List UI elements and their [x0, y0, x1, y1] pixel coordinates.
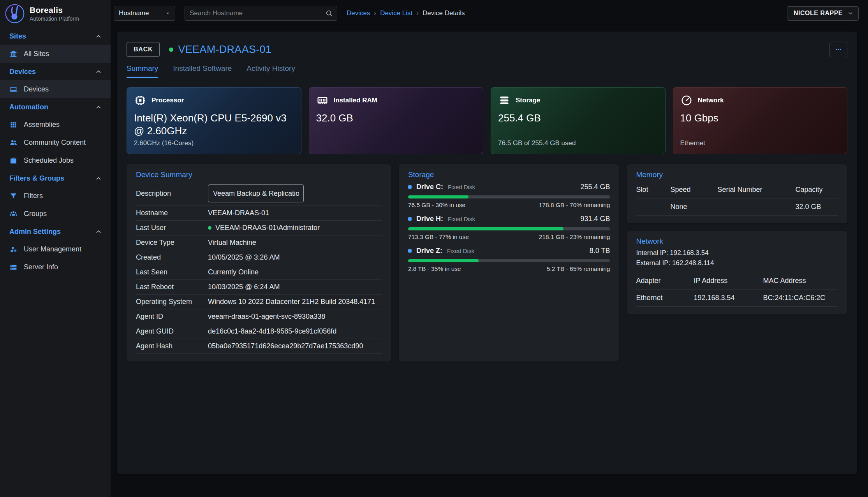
memory-header-speed: Speed	[670, 186, 717, 194]
tab-activity-history[interactable]: Activity History	[246, 64, 295, 78]
gauge-icon	[680, 94, 693, 107]
sidebar-item-all-sites[interactable]: All Sites	[0, 45, 111, 63]
summary-row-last-seen: Last Seen Currently Online	[136, 265, 382, 280]
network-mac: BC:24:11:CA:C6:2C	[763, 294, 838, 302]
search-field-dropdown[interactable]: Hostname	[114, 6, 175, 21]
sidebar-item-label: Assemblies	[24, 121, 60, 129]
sidebar-section-filters-groups-header[interactable]: Filters & Groups	[0, 169, 111, 187]
laptop-icon	[9, 85, 18, 93]
section-label: Sites	[9, 32, 26, 40]
memory-capacity: 32.0 GB	[795, 203, 838, 211]
network-ips: Internal IP: 192.168.3.54 External IP: 1…	[636, 248, 838, 269]
sidebar-item-devices[interactable]: Devices	[0, 80, 111, 98]
drive-bullet-icon	[408, 185, 412, 189]
drive-header: Drive Z: Fixed Disk 8.0 TB	[408, 247, 610, 255]
user-menu-button[interactable]: NICOLE RAPPE	[787, 6, 859, 21]
description-input[interactable]	[208, 184, 304, 202]
sidebar-item-community-content[interactable]: Community Content	[0, 133, 111, 151]
sidebar-section-devices: Devices Devices	[0, 63, 111, 98]
sidebar-item-label: Scheduled Jobs	[24, 156, 74, 165]
network-card: Network 10 Gbps Ethernet	[673, 87, 848, 154]
drive-type: Fixed Disk	[448, 216, 475, 222]
ram-icon	[316, 94, 329, 107]
brand-subtitle: Automation Platform	[30, 16, 79, 22]
memory-header-serial: Serial Number	[717, 186, 795, 194]
sidebar-item-server-info[interactable]: Server Info	[0, 258, 111, 276]
network-sub: Ethernet	[680, 139, 840, 147]
drive-used: 2.8 TB - 35% in use	[408, 265, 461, 272]
sidebar-section-automation: Automation Assemblies Community Content …	[0, 98, 111, 169]
sidebar: Borealis Automation Platform Sites All S…	[0, 0, 111, 497]
page-header: BACK VEEAM-DRAAS-01	[127, 42, 847, 57]
server-icon	[9, 263, 18, 271]
summary-row-operating-system: Operating System Windows 10 2022 Datacen…	[136, 295, 382, 309]
search-input[interactable]	[190, 9, 322, 17]
disks-icon	[498, 94, 511, 107]
breadcrumb-devices[interactable]: Devices	[347, 9, 370, 17]
ram-value: 32.0 GB	[316, 112, 476, 125]
row-value	[208, 184, 382, 202]
more-options-button[interactable]	[829, 42, 847, 57]
sidebar-item-label: Server Info	[24, 263, 58, 271]
row-value: veeam-draas-01-agent-svc-8930a338	[208, 312, 382, 321]
chevron-up-icon	[95, 104, 102, 111]
chevron-up-icon	[95, 33, 102, 40]
tab-installed-software[interactable]: Installed Software	[173, 64, 232, 78]
sidebar-item-assemblies[interactable]: Assemblies	[0, 116, 111, 133]
content-area: BACK VEEAM-DRAAS-01 Summary Installed So…	[111, 26, 868, 497]
sidebar-item-filters[interactable]: Filters	[0, 187, 111, 205]
drive-bullet-icon	[408, 217, 412, 221]
brand[interactable]: Borealis Automation Platform	[0, 0, 111, 27]
drive-bullet-icon	[408, 249, 412, 253]
processor-sub: 2.60GHz (16-Cores)	[134, 139, 294, 147]
installed-ram-card: Installed RAM 32.0 GB	[309, 87, 484, 154]
cpu-icon	[134, 94, 146, 107]
sidebar-item-user-management[interactable]: User Management	[0, 240, 111, 258]
online-status-dot	[208, 226, 211, 230]
internal-ip: Internal IP: 192.168.3.54	[636, 248, 838, 258]
drive-c: Drive C: Fixed Disk 255.4 GB 76.5 GB - 3…	[408, 183, 610, 209]
sidebar-section-devices-header[interactable]: Devices	[0, 63, 111, 80]
back-button[interactable]: BACK	[127, 42, 160, 57]
network-table-row: Ethernet 192.168.3.54 BC:24:11:CA:C6:2C	[636, 290, 838, 307]
sidebar-item-groups[interactable]: Groups	[0, 205, 111, 223]
row-label: Description	[136, 190, 208, 198]
breadcrumb: Devices › Device List › Device Details	[347, 9, 465, 17]
drive-name: Drive H:	[416, 215, 443, 223]
memory-panel-title: Memory	[636, 170, 838, 179]
drive-usage-bar	[408, 195, 610, 198]
row-value: VEEAM-DRAAS-01\Administrator	[208, 223, 382, 232]
row-value: VEEAM-DRAAS-01	[208, 209, 382, 218]
processor-card: Processor Intel(R) Xeon(R) CPU E5-2690 v…	[127, 87, 301, 154]
row-label: Last Seen	[136, 268, 208, 276]
drive-size: 931.4 GB	[580, 215, 610, 223]
drive-size: 8.0 TB	[590, 247, 610, 255]
row-value: Windows 10 2022 Datacenter 21H2 Build 20…	[208, 297, 382, 306]
memory-serial	[717, 203, 795, 211]
chevron-down-icon	[165, 10, 171, 16]
sidebar-section-automation-header[interactable]: Automation	[0, 98, 111, 116]
sidebar-section-admin-settings-header[interactable]: Admin Settings	[0, 223, 111, 240]
row-value: 10/05/2025 @ 3:26 AM	[208, 253, 382, 262]
sidebar-section-sites-header[interactable]: Sites	[0, 27, 111, 45]
drive-name: Drive Z:	[416, 247, 442, 255]
row-label: Agent GUID	[136, 327, 208, 335]
detail-panels: Device Summary Description Hostname VEEA…	[127, 164, 847, 362]
row-label: Created	[136, 253, 208, 262]
tab-summary[interactable]: Summary	[127, 64, 158, 78]
breadcrumb-device-list[interactable]: Device List	[380, 9, 412, 17]
drive-usage-bar	[408, 259, 610, 262]
sidebar-item-scheduled-jobs[interactable]: Scheduled Jobs	[0, 151, 111, 169]
row-label: Device Type	[136, 239, 208, 247]
filter-icon	[9, 192, 18, 200]
storage-panel-title: Storage	[408, 170, 610, 179]
drive-stats: 76.5 GB - 30% in use 178.8 GB - 70% rema…	[408, 202, 610, 209]
network-header-adapter: Adapter	[636, 277, 694, 285]
chevron-up-icon	[95, 228, 102, 235]
device-details-panel: BACK VEEAM-DRAAS-01 Summary Installed So…	[117, 32, 857, 474]
tab-bar: Summary Installed Software Activity Hist…	[127, 64, 847, 78]
right-column: Memory Slot Speed Serial Number Capacity…	[627, 164, 847, 362]
network-panel-title: Network	[636, 237, 838, 246]
row-value: de16c0c1-8aa2-4d18-9585-9ce91cf056fd	[208, 327, 382, 336]
topbar: Hostname Devices › Device List › Device …	[111, 0, 868, 26]
